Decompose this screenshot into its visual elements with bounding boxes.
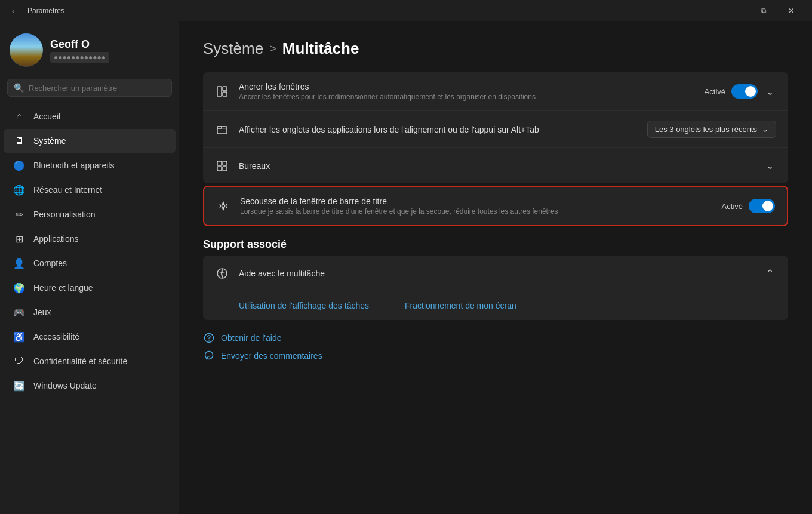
main-content: Système > Multitâche Ancrer les fenêtres…: [179, 21, 812, 514]
support-help-title: Aide avec le multitâche: [239, 269, 325, 278]
secousse-title: Secousse de la fenêtre de barre de titre: [240, 196, 712, 206]
nav-label-accueil: Accueil: [33, 112, 60, 121]
onglets-dropdown[interactable]: Les 3 onglets les plus récents ⌄: [647, 121, 776, 138]
settings-row-bureaux: Bureaux ⌄: [203, 148, 788, 183]
sidebar-item-systeme[interactable]: 🖥 Système: [4, 129, 176, 153]
settings-row-ancrer: Ancrer les fenêtres Ancrer les fenêtres …: [203, 72, 788, 111]
ancrer-title: Ancrer les fenêtres: [239, 82, 695, 91]
support-link-1[interactable]: Utilisation de l'affichage des tâches: [239, 301, 369, 310]
svg-rect-2: [223, 92, 227, 96]
support-link-2[interactable]: Fractionnement de mon écran: [405, 301, 516, 310]
feedback-label: Envoyer des commentaires: [221, 351, 322, 361]
svg-point-8: [222, 205, 225, 208]
profile-info: Geoff O ●●●●●●●●●●●●: [50, 38, 109, 63]
svg-rect-4: [217, 161, 222, 165]
back-button[interactable]: ←: [7, 2, 23, 20]
profile-section: Geoff O ●●●●●●●●●●●●: [0, 21, 179, 76]
nav-icon-confidentialite: 🛡: [13, 355, 25, 367]
svg-point-9: [217, 269, 227, 278]
search-input[interactable]: [29, 84, 165, 93]
onglets-dropdown-value: Les 3 onglets les plus récents: [655, 125, 757, 134]
sidebar-item-windows-update[interactable]: 🔄 Windows Update: [4, 374, 176, 398]
breadcrumb-parent: Système: [203, 39, 263, 58]
svg-rect-3: [217, 127, 227, 134]
app-container: Geoff O ●●●●●●●●●●●● 🔍 ⌂ Accueil 🖥 Systè…: [0, 21, 812, 514]
settings-row-secousse: Secousse de la fenêtre de barre de titre…: [204, 187, 787, 225]
support-links: Utilisation de l'affichage des tâches Fr…: [203, 291, 788, 320]
minimize-button[interactable]: —: [722, 0, 750, 21]
dropdown-chevron-icon: ⌄: [762, 125, 768, 134]
sidebar-item-applications[interactable]: ⊞ Applications: [4, 227, 176, 251]
support-header[interactable]: Aide avec le multitâche ⌃: [203, 256, 788, 291]
nav-label-systeme: Système: [33, 136, 66, 146]
nav-label-heure: Heure et langue: [33, 283, 93, 293]
bureaux-control: ⌄: [764, 158, 776, 174]
sidebar-item-jeux[interactable]: 🎮 Jeux: [4, 300, 176, 324]
nav-label-jeux: Jeux: [33, 307, 51, 317]
svg-rect-5: [223, 161, 227, 165]
sidebar-item-accueil[interactable]: ⌂ Accueil: [4, 104, 176, 128]
nav-label-personnalisation: Personnalisation: [33, 210, 96, 219]
secousse-toggle[interactable]: [749, 199, 775, 213]
footer-links: Obtenir de l'aide Envoyer des commentair…: [203, 332, 788, 362]
avatar[interactable]: [10, 33, 43, 67]
get-help-label: Obtenir de l'aide: [221, 333, 282, 343]
ancrer-toggle-label: Activé: [705, 87, 725, 96]
nav-icon-accessibilite: ♿: [13, 331, 25, 343]
nav-icon-applications: ⊞: [13, 233, 25, 245]
secousse-toggle-label: Activé: [722, 202, 743, 211]
breadcrumb-current: Multitâche: [282, 39, 359, 58]
ancrer-chevron[interactable]: ⌄: [764, 84, 776, 100]
ancrer-toggle[interactable]: [731, 84, 758, 99]
sidebar-item-accessibilite[interactable]: ♿ Accessibilité: [4, 325, 176, 349]
nav-label-accessibilite: Accessibilité: [33, 332, 79, 341]
ancrer-text: Ancrer les fenêtres Ancrer les fenêtres …: [239, 82, 695, 101]
secousse-icon: [216, 199, 230, 213]
nav-label-confidentialite: Confidentialité et sécurité: [33, 356, 127, 366]
nav-icon-windows-update: 🔄: [13, 380, 25, 392]
get-help-icon: [203, 332, 215, 344]
svg-rect-1: [223, 87, 227, 91]
breadcrumb-separator: >: [269, 42, 276, 56]
sidebar-item-confidentialite[interactable]: 🛡 Confidentialité et sécurité: [4, 349, 176, 373]
onglets-control: Les 3 onglets les plus récents ⌄: [647, 121, 776, 138]
svg-rect-0: [217, 87, 222, 96]
nav-icon-systeme: 🖥: [13, 135, 25, 147]
main-settings-card: Ancrer les fenêtres Ancrer les fenêtres …: [203, 72, 788, 183]
bureaux-chevron[interactable]: ⌄: [764, 158, 776, 174]
sidebar-item-reseau[interactable]: 🌐 Réseau et Internet: [4, 178, 176, 202]
onglets-text: Afficher les onglets des applications lo…: [239, 125, 638, 134]
secousse-card: Secousse de la fenêtre de barre de titre…: [203, 186, 788, 226]
nav-label-comptes: Comptes: [33, 258, 67, 268]
sidebar-item-bluetooth[interactable]: 🔵 Bluetooth et appareils: [4, 153, 176, 177]
sidebar: Geoff O ●●●●●●●●●●●● 🔍 ⌂ Accueil 🖥 Systè…: [0, 21, 179, 514]
secousse-desc: Lorsque je saisis la barre de titre d'un…: [240, 207, 712, 216]
close-button[interactable]: ✕: [777, 0, 805, 21]
onglets-title: Afficher les onglets des applications lo…: [239, 125, 638, 134]
secousse-control: Activé: [722, 199, 775, 213]
sidebar-item-heure[interactable]: 🌍 Heure et langue: [4, 276, 176, 300]
nav-icon-reseau: 🌐: [13, 184, 25, 196]
svg-point-11: [208, 340, 210, 341]
ancrer-desc: Ancrer les fenêtres pour les redimension…: [239, 93, 695, 101]
search-box[interactable]: 🔍: [7, 79, 172, 97]
support-chevron[interactable]: ⌃: [764, 265, 776, 281]
nav-label-reseau: Réseau et Internet: [33, 185, 102, 195]
footer-feedback[interactable]: Envoyer des commentaires: [203, 350, 788, 362]
svg-rect-7: [223, 167, 227, 171]
ancrer-control: Activé ⌄: [705, 84, 776, 100]
bureaux-title: Bureaux: [239, 161, 754, 171]
profile-name: Geoff O: [50, 38, 109, 51]
titlebar: ← Paramètres — ⧉ ✕: [0, 0, 812, 21]
maximize-button[interactable]: ⧉: [750, 0, 777, 21]
footer-get-help[interactable]: Obtenir de l'aide: [203, 332, 788, 344]
settings-row-onglets: Afficher les onglets des applications lo…: [203, 111, 788, 148]
nav-icon-jeux: 🎮: [13, 306, 25, 318]
search-icon: 🔍: [14, 83, 24, 93]
sidebar-item-personnalisation[interactable]: ✏ Personnalisation: [4, 202, 176, 226]
bureaux-icon: [215, 159, 229, 173]
sidebar-item-comptes[interactable]: 👤 Comptes: [4, 251, 176, 275]
nav-label-applications: Applications: [33, 234, 79, 244]
nav-icon-comptes: 👤: [13, 257, 25, 269]
titlebar-title: Paramètres: [27, 7, 64, 15]
